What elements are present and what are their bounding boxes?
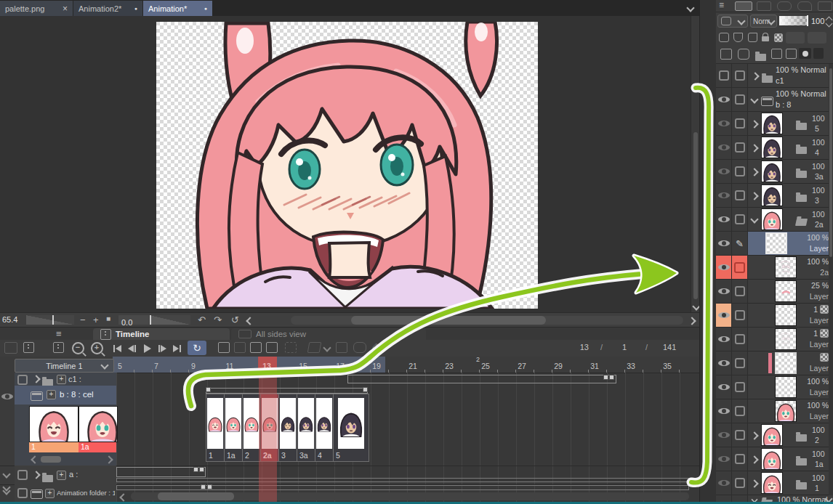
loop-play-button[interactable]: ↻: [188, 341, 206, 355]
clip-handle[interactable]: [193, 467, 198, 472]
canvas-horizontal-scrollbar[interactable]: [291, 316, 683, 325]
visibility-eye-icon[interactable]: [718, 263, 730, 272]
expand-chevron-icon[interactable]: [32, 375, 40, 383]
visibility-cell[interactable]: [716, 136, 732, 160]
layer-thumbnail[interactable]: [775, 400, 797, 422]
edit-state-cell[interactable]: [732, 64, 748, 88]
edit-state-cell[interactable]: [732, 88, 748, 112]
new-cel-button[interactable]: +: [47, 390, 56, 399]
track-row-c1-header[interactable]: + c1 :: [15, 373, 116, 386]
canvas-viewport[interactable]: [0, 16, 692, 312]
track-row-b8-header[interactable]: + b : 8 : cel: [15, 386, 116, 405]
hscroll-left-icon[interactable]: [119, 493, 127, 501]
layer-thumbnail[interactable]: [761, 208, 783, 230]
visibility-cell[interactable]: [716, 375, 732, 399]
edit-state-cell[interactable]: [732, 471, 748, 495]
canvas-document[interactable]: [156, 22, 538, 309]
layer-thumbnail[interactable]: [775, 376, 797, 398]
layer-row-animation-folder-b8[interactable]: 100 % Normalb : 8: [716, 88, 833, 112]
new-folder-icon[interactable]: [755, 54, 766, 61]
clip-handle[interactable]: [207, 484, 212, 489]
checkbox[interactable]: [735, 406, 745, 416]
track-row-a-header[interactable]: + a :: [15, 466, 116, 484]
visibility-eye-icon[interactable]: [718, 383, 730, 391]
track-select-checkbox[interactable]: [17, 375, 28, 385]
delete-cel-icon[interactable]: [336, 342, 347, 353]
layer-row-folder-5[interactable]: 100 5: [716, 112, 833, 136]
tab-timeline[interactable]: Timeline: [93, 328, 230, 340]
layer-row-folder-1[interactable]: 100 1: [716, 471, 833, 495]
thumb-scrollbar[interactable]: [41, 456, 61, 463]
playhead-column[interactable]: [259, 357, 277, 502]
visibility-cell[interactable]: [716, 447, 732, 471]
expand-chevron-icon[interactable]: [751, 72, 759, 80]
checkbox[interactable]: [735, 286, 745, 296]
blend-mode-dropdown[interactable]: Normal: [750, 15, 777, 28]
scrollbar-thumb[interactable]: [829, 68, 832, 257]
material-panel-tab-icon[interactable]: [818, 1, 832, 11]
collapse-chevron-icon[interactable]: [246, 317, 254, 325]
visibility-eye-icon[interactable]: [1, 392, 13, 401]
timeline-horizontal-scrollbar[interactable]: [131, 492, 689, 500]
checkbox[interactable]: [735, 142, 745, 153]
panel-menu-icon[interactable]: ≡: [719, 0, 724, 10]
edit-state-cell[interactable]: [732, 328, 748, 351]
visibility-cell[interactable]: [716, 328, 732, 351]
visibility-cell[interactable]: [716, 112, 732, 136]
visibility-cell[interactable]: [716, 423, 732, 447]
slider-handle[interactable]: [52, 315, 54, 325]
visibility-cell[interactable]: [716, 184, 732, 208]
tab-all-sides-view[interactable]: All sides view: [231, 328, 426, 340]
hidden-visibility-checkbox[interactable]: [719, 70, 729, 81]
visibility-eye-icon[interactable]: [718, 359, 730, 367]
play-button[interactable]: [141, 342, 154, 355]
draft-layer-button-disabled[interactable]: [786, 32, 805, 44]
clip-handle[interactable]: [609, 375, 614, 380]
checkbox[interactable]: [735, 118, 745, 129]
edit-state-cell[interactable]: [732, 136, 748, 160]
layer-row-onion-red[interactable]: 100 % 2a: [716, 256, 833, 280]
expand-chevron-icon[interactable]: [750, 144, 758, 152]
zoom-out-button[interactable]: −: [80, 314, 86, 325]
visibility-cell[interactable]: [716, 399, 732, 423]
timeline-cel[interactable]: 3a: [297, 394, 315, 461]
onion-skin-settings-icon[interactable]: [307, 342, 322, 353]
new-cel-button[interactable]: +: [57, 471, 66, 480]
zoom-slider[interactable]: [26, 315, 74, 325]
expand-chevron-icon[interactable]: [32, 471, 40, 479]
opacity-spinner-down-icon[interactable]: [826, 20, 833, 28]
visibility-eye-icon[interactable]: [718, 215, 730, 224]
scrollbar-thumb[interactable]: [158, 492, 234, 500]
layer-thumbnail[interactable]: [761, 137, 783, 158]
lock-transparent-pixels-icon[interactable]: [774, 33, 783, 42]
layer-thumbnail[interactable]: [761, 472, 783, 494]
enable-onion-skin-icon[interactable]: [250, 342, 262, 353]
expand-chevron-icon[interactable]: [750, 120, 758, 128]
visibility-eye-icon[interactable]: [718, 311, 730, 320]
timeline-selector-dropdown[interactable]: Timeline 1: [15, 359, 114, 373]
checkbox[interactable]: [735, 358, 745, 368]
fit-button[interactable]: ■: [106, 314, 110, 322]
visibility-cell[interactable]: [716, 232, 732, 256]
clip-handle[interactable]: [603, 375, 608, 380]
visibility-cell[interactable]: [716, 64, 732, 88]
clip-bar-a[interactable]: [116, 467, 206, 477]
track-row-anim-header[interactable]: + Animation folder : 15: [15, 484, 116, 502]
tab-overflow-chevron-icon[interactable]: [686, 4, 694, 12]
layer-thumbnail[interactable]: [775, 280, 797, 302]
visibility-eye-icon[interactable]: [718, 431, 730, 439]
lock-layer-icon[interactable]: [762, 36, 769, 41]
layer-row-25[interactable]: 25 % Layer: [716, 280, 833, 304]
visibility-cell[interactable]: [716, 88, 732, 112]
new-cel-button[interactable]: +: [45, 489, 55, 498]
opacity-slider[interactable]: [779, 16, 808, 25]
timeline-zoom-out-button[interactable]: −: [71, 341, 84, 354]
visibility-eye-icon[interactable]: [718, 191, 730, 200]
visibility-cell[interactable]: [716, 280, 732, 304]
edit-state-cell[interactable]: [732, 351, 748, 375]
merge-to-lower-layer-icon[interactable]: [786, 49, 797, 59]
scrollbar-thumb[interactable]: [351, 316, 546, 325]
expand-chevron-icon[interactable]: [750, 455, 758, 463]
expand-chevron-icon[interactable]: [750, 168, 758, 176]
new-timeline-add-icon[interactable]: [53, 342, 64, 353]
